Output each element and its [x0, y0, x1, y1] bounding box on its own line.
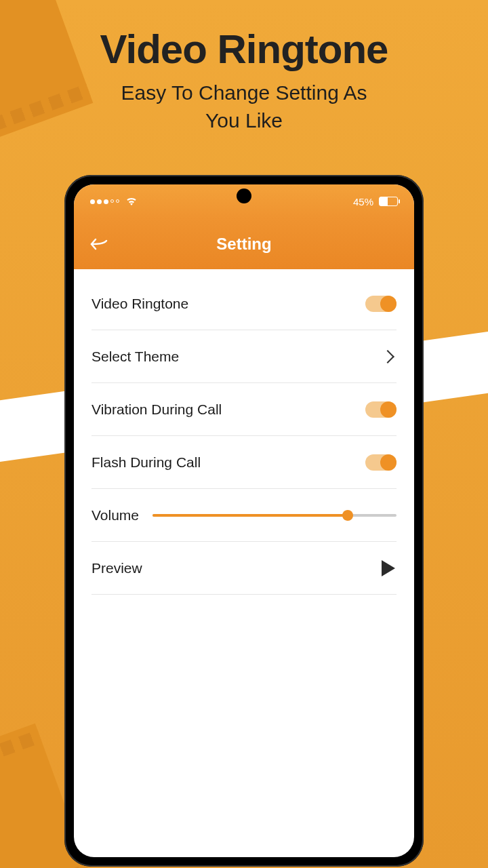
page-title: Setting — [216, 235, 271, 254]
status-left — [90, 197, 137, 205]
play-icon — [382, 560, 395, 576]
chevron-right-icon — [381, 350, 394, 363]
battery-percent: 45% — [353, 196, 373, 208]
screen: 45% Setting Video Ringtone Select Theme … — [74, 184, 414, 857]
battery-icon — [379, 197, 398, 206]
setting-label: Video Ringtone — [92, 296, 188, 312]
toggle-vibration[interactable] — [365, 401, 396, 418]
setting-label: Flash During Call — [92, 454, 201, 471]
setting-label: Select Theme — [92, 349, 179, 365]
setting-flash[interactable]: Flash During Call — [92, 436, 396, 489]
status-right: 45% — [353, 196, 398, 208]
camera-notch — [237, 189, 251, 203]
setting-volume: Volume — [92, 489, 396, 542]
settings-list: Video Ringtone Select Theme Vibration Du… — [74, 269, 414, 595]
hero-section: Video Ringtone Easy To Change Setting As… — [0, 0, 488, 134]
app-header: Setting — [74, 218, 414, 269]
toggle-video-ringtone[interactable] — [365, 296, 396, 312]
wifi-icon — [126, 197, 137, 205]
setting-vibration[interactable]: Vibration During Call — [92, 383, 396, 436]
setting-select-theme[interactable]: Select Theme — [92, 330, 396, 383]
hero-title: Video Ringtone — [0, 26, 488, 73]
phone-frame: 45% Setting Video Ringtone Select Theme … — [64, 175, 424, 867]
hero-subtitle: Easy To Change Setting As You Like — [0, 79, 488, 134]
signal-dots-icon — [90, 199, 119, 204]
toggle-flash[interactable] — [365, 454, 396, 471]
setting-label: Preview — [92, 560, 142, 576]
setting-label: Vibration During Call — [92, 401, 222, 418]
setting-label: Volume — [92, 507, 139, 524]
setting-preview[interactable]: Preview — [92, 542, 396, 595]
setting-video-ringtone[interactable]: Video Ringtone — [92, 277, 396, 330]
back-icon[interactable] — [90, 237, 109, 252]
volume-slider[interactable] — [152, 514, 396, 517]
